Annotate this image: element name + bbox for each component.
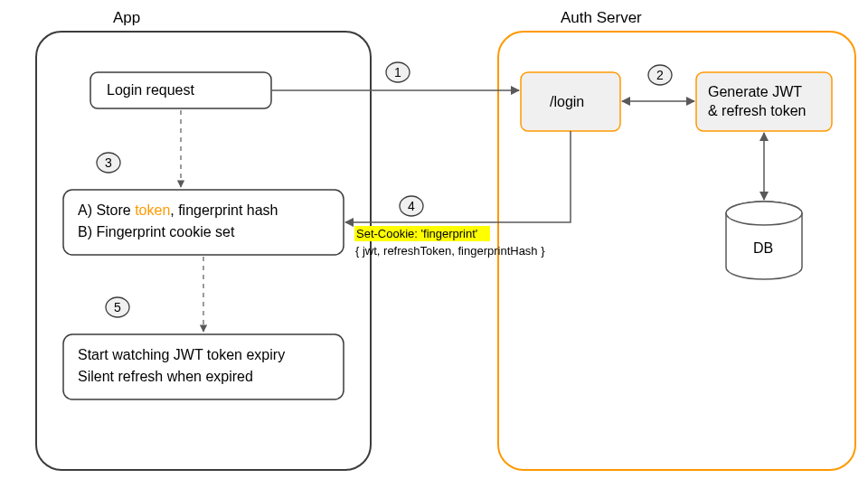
set-cookie-annotation: Set-Cookie: 'fingerprint': [354, 226, 490, 241]
svg-rect-7: [63, 190, 344, 255]
generate-jwt-line1: Generate JWT: [708, 84, 802, 99]
watch-line2: Silent refresh when expired: [78, 369, 253, 384]
svg-text:1: 1: [394, 65, 401, 80]
payload-annotation: { jwt, refreshToken, fingerprintHash }: [355, 244, 545, 258]
svg-text:Set-Cookie: 'fingerprint': Set-Cookie: 'fingerprint': [356, 227, 477, 240]
db-label: DB: [753, 240, 773, 256]
store-token-node: A) Store token, fingerprint hash B) Fing…: [63, 190, 344, 255]
app-title: App: [113, 9, 140, 26]
watch-line1: Start watching JWT token expiry: [78, 347, 285, 362]
svg-text:2: 2: [656, 68, 664, 82]
login-endpoint-node: /login: [521, 72, 620, 131]
store-line2: B) Fingerprint cookie set: [78, 224, 235, 239]
db-node: DB: [726, 202, 802, 279]
login-request-node: Login request: [90, 72, 271, 108]
generate-jwt-node: Generate JWT & refresh token: [696, 72, 832, 131]
svg-text:4: 4: [408, 199, 415, 213]
svg-text:5: 5: [114, 300, 121, 314]
login-request-label: Login request: [107, 82, 195, 98]
step-2-badge: 2: [648, 65, 672, 85]
svg-point-6: [726, 202, 802, 225]
arrow-endpoint-to-store: [345, 131, 571, 222]
svg-rect-8: [63, 334, 344, 399]
step-5-badge: 5: [106, 297, 129, 317]
svg-text:3: 3: [105, 155, 112, 170]
step-1-badge: 1: [386, 62, 410, 82]
auth-server-title: Auth Server: [561, 9, 642, 26]
auth-flow-diagram: App Auth Server Login request /login Gen…: [0, 0, 868, 488]
step-4-badge: 4: [400, 196, 423, 216]
login-endpoint-label: /login: [550, 94, 584, 109]
store-line1: A) Store token, fingerprint hash: [78, 202, 278, 218]
step-3-badge: 3: [97, 153, 120, 173]
generate-jwt-line2: & refresh token: [708, 103, 807, 118]
watch-expiry-node: Start watching JWT token expiry Silent r…: [63, 334, 344, 399]
svg-rect-4: [696, 72, 832, 131]
